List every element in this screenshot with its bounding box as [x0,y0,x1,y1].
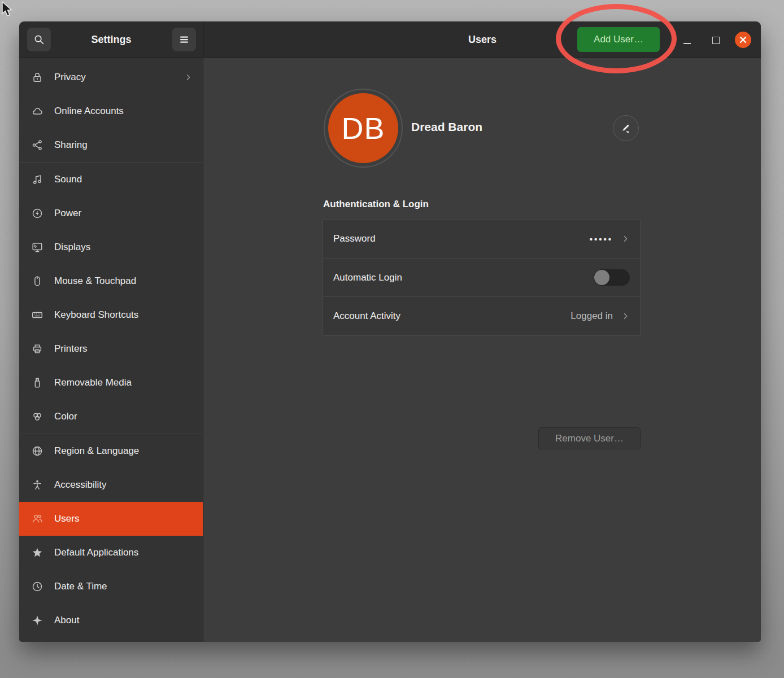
edit-pencil-icon [620,123,631,134]
sidebar-item-users[interactable]: Users [19,502,203,536]
maximize-button[interactable] [712,37,720,44]
sidebar-item-label: Printers [54,343,193,355]
sidebar-item-label: Mouse & Touchpad [54,275,193,287]
password-row[interactable]: Password ••••• [323,220,640,258]
sidebar-item-online-accounts[interactable]: Online Accounts [19,94,203,128]
sidebar-item-label: About [54,615,193,626]
sidebar-item-label: Date & Time [54,581,193,592]
usb-drive-icon [31,376,44,390]
close-icon [739,36,747,44]
sidebar-item-keyboard-shortcuts[interactable]: Keyboard Shortcuts [19,298,203,332]
sidebar-item-label: Removable Media [54,377,193,388]
mouse-cursor [1,2,15,19]
sidebar-item-label: Region & Language [54,445,193,457]
sidebar-item-date-time[interactable]: Date & Time [19,570,203,603]
star-icon [31,546,44,559]
add-user-button[interactable]: Add User… [577,27,660,52]
sidebar-item-color[interactable]: Color [19,400,203,434]
page-title: Users [204,21,761,58]
sidebar-item-label: Power [54,208,193,219]
cloud-icon [31,104,44,118]
edit-user-button[interactable] [613,115,639,141]
automatic-login-label: Automatic Login [333,272,594,283]
primary-menu-button[interactable] [172,28,196,51]
sidebar-item-label: Displays [54,242,193,253]
toggle-knob [594,270,609,285]
sidebar-item-label: Default Applications [54,547,193,558]
sidebar-item-label: Users [54,513,193,524]
color-circles-icon [31,410,44,423]
globe-icon [31,444,44,458]
sidebar-item-accessibility[interactable]: Accessibility [19,468,203,502]
sidebar-item-label: Sharing [54,139,193,151]
account-activity-label: Account Activity [333,310,570,322]
sidebar-item-label: Privacy [54,72,173,83]
sidebar-item-sound[interactable]: Sound [19,163,203,196]
sidebar-item-default-applications[interactable]: Default Applications [19,536,203,570]
display-icon [31,240,44,254]
sidebar-item-label: Sound [54,174,193,185]
power-icon [31,207,44,220]
sparkle-icon [31,614,44,627]
avatar-ring: DB [324,89,403,168]
sidebar-item-printers[interactable]: Printers [19,332,203,366]
sidebar-item-region-language[interactable]: Region & Language [19,434,203,468]
keyboard-icon [31,308,44,322]
sidebar: Privacy Online Accounts Sharing [19,58,203,642]
headerbar: Settings Users Add User… [19,21,761,58]
sidebar-item-label: Online Accounts [54,106,193,117]
sidebar-item-label: Keyboard Shortcuts [54,309,193,321]
auth-section-heading: Authentication & Login [323,199,429,210]
users-panel: DB Dread Baron Authentication & Login Pa… [204,58,761,642]
share-icon [31,138,44,152]
lock-icon [31,71,44,84]
sidebar-item-removable-media[interactable]: Removable Media [19,366,203,400]
chevron-right-icon [621,312,630,321]
sidebar-item-privacy[interactable]: Privacy [19,60,203,94]
sidebar-item-sharing[interactable]: Sharing [19,128,203,162]
music-note-icon [31,173,44,186]
automatic-login-toggle[interactable] [594,269,630,286]
remove-user-button[interactable]: Remove User… [538,427,641,449]
hamburger-menu-icon [178,34,190,45]
sidebar-item-mouse-touchpad[interactable]: Mouse & Touchpad [19,264,203,298]
sidebar-item-displays[interactable]: Displays [19,230,203,264]
headerbar-divider [203,21,204,57]
auth-login-card: Password ••••• Automatic Login Account A… [323,219,641,336]
settings-window: Settings Users Add User… [19,21,761,642]
chevron-right-icon [184,73,193,82]
accessibility-icon [31,478,44,492]
users-icon [31,512,44,526]
password-dots: ••••• [590,234,613,244]
sidebar-item-label: Color [54,411,193,422]
sidebar-item-power[interactable]: Power [19,196,203,230]
password-label: Password [333,233,590,244]
chevron-right-icon [621,234,630,243]
mouse-icon [31,274,44,288]
clock-icon [31,580,44,593]
automatic-login-row: Automatic Login [323,258,640,296]
printer-icon [31,342,44,356]
user-full-name: Dread Baron [411,120,482,134]
account-activity-value: Logged in [570,310,613,322]
close-button[interactable] [735,32,751,48]
sidebar-item-label: Accessibility [54,479,193,491]
account-activity-row[interactable]: Account Activity Logged in [323,296,640,335]
avatar: DB [328,93,398,163]
sidebar-item-about[interactable]: About [19,603,203,637]
minimize-button[interactable] [683,43,691,44]
